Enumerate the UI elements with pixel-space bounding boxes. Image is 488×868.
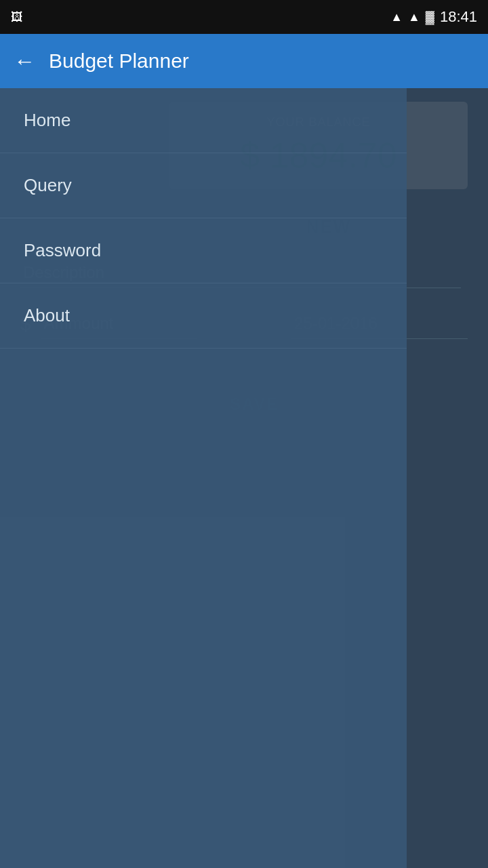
signal-icon: ▲: [408, 10, 420, 24]
drawer-item-password-label: Password: [24, 240, 101, 261]
drawer-item-query-label: Query: [24, 175, 72, 196]
app-bar: ← Budget Planner: [0, 34, 488, 88]
drawer-item-about-label: About: [24, 305, 70, 326]
drawer-shadow: [407, 88, 488, 868]
navigation-drawer: Home Query Password About: [0, 88, 407, 868]
drawer-item-home-label: Home: [24, 110, 70, 131]
app-title: Budget Planner: [49, 50, 189, 73]
drawer-item-about[interactable]: About: [0, 283, 407, 349]
drawer-item-password[interactable]: Password: [0, 218, 407, 283]
status-bar: 🖼 ▲ ▲ ▓ 18:41: [0, 0, 488, 34]
status-bar-right: ▲ ▲ ▓ 18:41: [390, 8, 477, 26]
photo-icon: 🖼: [11, 10, 23, 24]
back-button[interactable]: ←: [14, 49, 35, 74]
drawer-item-query[interactable]: Query: [0, 153, 407, 218]
battery-icon: ▓: [426, 10, 434, 24]
wifi-icon: ▲: [390, 10, 403, 24]
drawer-item-home[interactable]: Home: [0, 88, 407, 153]
status-time: 18:41: [440, 8, 477, 26]
status-bar-left: 🖼: [11, 10, 23, 24]
